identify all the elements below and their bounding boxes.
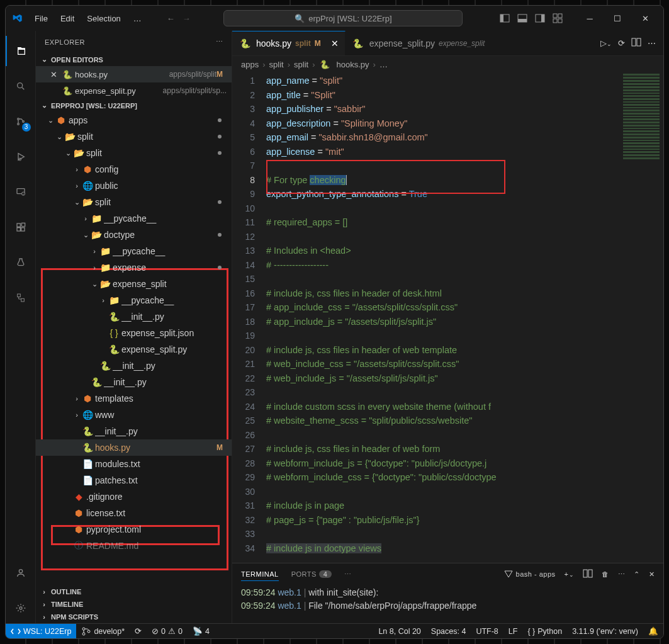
activity-scm[interactable]: 3 xyxy=(6,106,36,137)
tree-item[interactable]: 🐍__init__.py xyxy=(36,308,232,325)
tree-item[interactable]: 🐍__init__.py xyxy=(36,358,232,374)
tree-item[interactable]: ›📁expense xyxy=(36,259,232,276)
terminal-tab[interactable]: TERMINAL xyxy=(241,568,279,581)
twisty-icon[interactable]: › xyxy=(99,297,108,304)
twisty-icon[interactable]: › xyxy=(72,395,81,402)
status-eol[interactable]: LF xyxy=(503,626,523,636)
tree-item[interactable]: ›🌐www xyxy=(36,407,232,423)
tree-item[interactable]: ›📁__pycache__ xyxy=(36,292,232,308)
breadcrumb-item[interactable]: split xyxy=(294,60,308,69)
activity-extensions[interactable] xyxy=(6,212,36,242)
tree-item[interactable]: ›📁__pycache__ xyxy=(36,243,232,259)
activity-explorer[interactable] xyxy=(6,36,36,66)
tree-item[interactable]: 🐍__init__.py xyxy=(36,374,232,390)
tree-item[interactable]: 🐍__init__.py xyxy=(36,423,232,439)
nav-fwd[interactable]: → xyxy=(183,14,191,23)
twisty-icon[interactable]: › xyxy=(90,247,99,255)
activity-references[interactable] xyxy=(6,283,36,313)
twisty-icon[interactable]: ⌄ xyxy=(46,116,55,125)
twisty-icon[interactable]: › xyxy=(72,411,81,419)
sync-icon[interactable]: ⟳ xyxy=(618,38,625,48)
twisty-icon[interactable]: ⌄ xyxy=(72,198,81,206)
menu-selection[interactable]: Selection xyxy=(82,11,125,26)
tree-item[interactable]: ›⬢templates xyxy=(36,390,232,407)
status-ports[interactable]: 📡 4 xyxy=(188,626,215,636)
tree-item[interactable]: ⌄📂split xyxy=(36,145,232,161)
new-terminal-icon[interactable]: +⌄ xyxy=(565,570,574,578)
kill-terminal-icon[interactable]: 🗑 xyxy=(602,570,609,578)
toggle-panel-right-icon[interactable] xyxy=(531,9,549,27)
editor-tab[interactable]: 🐍hooks.pysplitM✕ xyxy=(232,31,346,55)
open-editor-item[interactable]: 🐍expense_split.pyapps/split/split/sp... xyxy=(36,82,232,99)
tree-item[interactable]: ›⬢config xyxy=(36,161,232,178)
close-button[interactable]: ✕ xyxy=(632,9,658,28)
tree-item[interactable]: ⌄📂split xyxy=(36,194,232,210)
customize-layout-icon[interactable] xyxy=(549,9,566,27)
status-sync[interactable]: ⟳ xyxy=(130,626,147,636)
menu-file[interactable]: File xyxy=(30,11,53,26)
more-actions-icon[interactable]: ⋯ xyxy=(648,38,656,48)
twisty-icon[interactable]: ⌄ xyxy=(90,280,99,288)
close-panel-icon[interactable]: ✕ xyxy=(649,570,655,579)
menu-edit[interactable]: Edit xyxy=(55,11,79,26)
status-interpreter[interactable]: 3.11.9 ('env': venv) xyxy=(567,626,643,636)
code-content[interactable]: app_name = "split"app_title = "Split"app… xyxy=(266,72,663,563)
toggle-panel-bottom-icon[interactable] xyxy=(514,9,531,27)
close-icon[interactable]: ✕ xyxy=(48,70,59,79)
code-editor[interactable]: 1234567891011121314151617181920212223242… xyxy=(232,72,663,563)
outline-section[interactable]: ›OUTLINE xyxy=(36,585,232,598)
tree-item[interactable]: ›📁__pycache__ xyxy=(36,210,232,227)
run-icon[interactable]: ▷⌄ xyxy=(600,38,612,48)
activity-account[interactable] xyxy=(6,558,36,588)
tree-item[interactable]: ⌄📂doctype xyxy=(36,227,232,243)
activity-search[interactable] xyxy=(6,71,36,101)
tree-item[interactable]: ⌄⬢apps xyxy=(36,112,232,128)
status-lncol[interactable]: Ln 8, Col 20 xyxy=(373,626,425,636)
status-remote[interactable]: WSL: U22Erp xyxy=(6,624,76,638)
tree-item[interactable]: ◆.gitignore xyxy=(36,489,232,505)
status-lang[interactable]: { } Python xyxy=(522,626,567,636)
tree-item[interactable]: ⌄📂expense_split xyxy=(36,276,232,292)
twisty-icon[interactable]: ⌄ xyxy=(64,149,72,157)
breadcrumb-item[interactable]: … xyxy=(379,60,388,69)
terminal-output[interactable]: 09:59:24 web.1 | with init_site(site):09… xyxy=(232,585,663,623)
activity-testing[interactable] xyxy=(6,247,36,278)
twisty-icon[interactable]: › xyxy=(81,215,90,222)
status-spaces[interactable]: Spaces: 4 xyxy=(426,626,471,636)
tree-item[interactable]: ⬢license.txt xyxy=(36,505,232,521)
activity-debug[interactable] xyxy=(6,142,36,172)
status-branch[interactable]: develop* xyxy=(76,626,130,636)
minimize-button[interactable]: ─ xyxy=(576,9,603,28)
minimap[interactable] xyxy=(619,72,663,563)
twisty-icon[interactable]: › xyxy=(72,182,81,189)
menu-overflow[interactable]: … xyxy=(128,11,147,26)
timeline-section[interactable]: ›TIMELINE xyxy=(36,598,232,611)
split-terminal-icon[interactable] xyxy=(583,568,593,580)
ports-tab[interactable]: PORTS4 xyxy=(291,568,332,580)
tree-item[interactable]: ⬢pyproject.toml xyxy=(36,521,232,538)
open-editor-item[interactable]: ✕🐍hooks.pyapps/split/splitM xyxy=(36,66,232,82)
twisty-icon[interactable]: ⌄ xyxy=(55,133,64,141)
panel-more-icon[interactable]: ⋯ xyxy=(344,570,352,579)
open-editors-section[interactable]: ⌄OPEN EDITORS xyxy=(36,53,232,66)
toggle-panel-left-icon[interactable] xyxy=(496,9,514,27)
editor-tab[interactable]: 🐍expense_split.pyexpense_split xyxy=(346,31,492,55)
breadcrumb-item[interactable]: hooks.py xyxy=(336,60,369,69)
status-notifications-icon[interactable]: 🔔 xyxy=(643,626,663,636)
tree-item[interactable]: 🐍expense_split.py xyxy=(36,341,232,358)
activity-settings[interactable] xyxy=(6,593,36,623)
tree-item[interactable]: ›🌐public xyxy=(36,178,232,194)
split-editor-icon[interactable] xyxy=(631,37,641,49)
maximize-panel-icon[interactable]: ⌃ xyxy=(634,570,640,579)
panel-overflow-icon[interactable]: ⋯ xyxy=(618,570,626,579)
explorer-more-icon[interactable]: ⋯ xyxy=(216,38,223,46)
breadcrumb-item[interactable]: split xyxy=(269,60,284,69)
status-problems[interactable]: ⊘ 0 ⚠ 0 xyxy=(147,626,188,636)
command-center[interactable]: 🔍 erpProj [WSL: U22Erp] xyxy=(223,10,463,26)
terminal-shell-picker[interactable]: bash - apps xyxy=(503,569,556,579)
status-encoding[interactable]: UTF-8 xyxy=(471,626,503,636)
nav-back[interactable]: ← xyxy=(167,14,175,23)
close-tab-icon[interactable]: ✕ xyxy=(331,38,339,48)
twisty-icon[interactable]: › xyxy=(72,166,81,173)
folder-section[interactable]: ⌄ERPPROJ [WSL: U22ERP] xyxy=(36,99,232,112)
